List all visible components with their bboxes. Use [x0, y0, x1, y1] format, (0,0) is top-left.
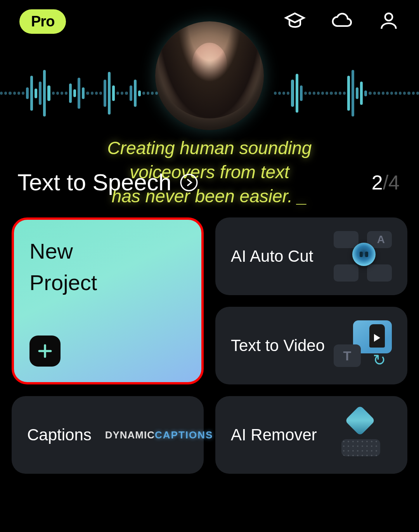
slide-counter: 2/4: [372, 171, 400, 194]
plus-icon: [29, 336, 61, 367]
captions-icon: DYNAMIC CAPTIONS: [130, 410, 188, 460]
captions-card[interactable]: Captions DYNAMIC CAPTIONS: [12, 396, 204, 474]
text-to-video-card[interactable]: Text to Video T ↻: [215, 307, 407, 384]
feature-title-text: Text to Speech: [17, 169, 171, 196]
cloud-icon[interactable]: [331, 10, 353, 33]
arrow-right-circle-icon: [179, 173, 199, 192]
header-icons: [284, 10, 400, 33]
profile-icon[interactable]: [378, 10, 400, 33]
svg-point-0: [385, 13, 393, 21]
app-header: Pro: [0, 0, 419, 43]
pro-badge[interactable]: Pro: [19, 9, 66, 34]
text-to-video-icon: T ↻: [334, 320, 392, 371]
card-label: Captions: [27, 426, 92, 444]
feature-title-row: Text to Speech 2/4: [17, 169, 400, 196]
counter-current: 2: [372, 171, 383, 194]
ai-auto-cut-icon: A: [334, 231, 392, 282]
counter-total: 4: [388, 171, 400, 194]
counter-separator: /: [383, 171, 388, 194]
feature-title[interactable]: Text to Speech: [17, 169, 199, 196]
svg-point-1: [181, 174, 197, 191]
card-label: AI Remover: [231, 426, 317, 444]
ai-auto-cut-card[interactable]: AI Auto Cut A: [215, 217, 407, 295]
education-icon[interactable]: [284, 10, 306, 33]
new-project-label: New Project: [29, 235, 97, 298]
tagline-line: Creating human sounding: [0, 136, 419, 160]
card-label: Text to Video: [231, 336, 325, 355]
ai-remover-icon: [334, 410, 392, 460]
feature-grid: New Project AI Auto Cut A Text to Video …: [12, 217, 407, 474]
ai-remover-card[interactable]: AI Remover: [215, 396, 407, 474]
card-label: AI Auto Cut: [231, 247, 313, 266]
new-project-card[interactable]: New Project: [12, 217, 204, 384]
